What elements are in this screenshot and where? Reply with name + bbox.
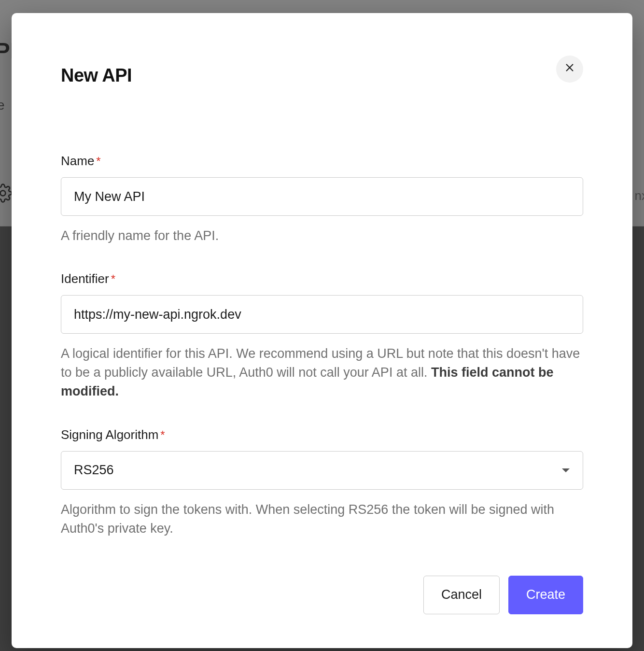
algorithm-field: Signing Algorithm* RS256 Algorithm to si… (61, 427, 583, 538)
identifier-field: Identifier* A logical identifier for thi… (61, 271, 583, 401)
algorithm-selected-value: RS256 (74, 463, 114, 478)
algorithm-label: Signing Algorithm (61, 427, 158, 442)
close-icon (564, 62, 575, 76)
algorithm-help: Algorithm to sign the tokens with. When … (61, 500, 583, 538)
cancel-button[interactable]: Cancel (423, 576, 500, 614)
name-label-row: Name* (61, 154, 583, 169)
required-indicator: * (160, 428, 165, 441)
close-button[interactable] (556, 56, 583, 83)
identifier-input[interactable] (61, 295, 583, 334)
new-api-modal: New API Name* A friendly name for the AP… (12, 13, 632, 648)
name-label: Name (61, 154, 94, 168)
create-button[interactable]: Create (508, 576, 583, 614)
modal-title: New API (61, 65, 132, 86)
required-indicator: * (111, 272, 115, 285)
name-help: A friendly name for the API. (61, 226, 583, 245)
name-field: Name* A friendly name for the API. (61, 154, 583, 245)
identifier-label: Identifier (61, 271, 109, 286)
identifier-label-row: Identifier* (61, 271, 583, 286)
algorithm-select[interactable]: RS256 (61, 451, 583, 490)
algorithm-label-row: Signing Algorithm* (61, 427, 583, 442)
modal-footer: Cancel Create (61, 576, 583, 614)
name-input[interactable] (61, 177, 583, 216)
required-indicator: * (96, 155, 100, 168)
identifier-help: A logical identifier for this API. We re… (61, 344, 583, 401)
